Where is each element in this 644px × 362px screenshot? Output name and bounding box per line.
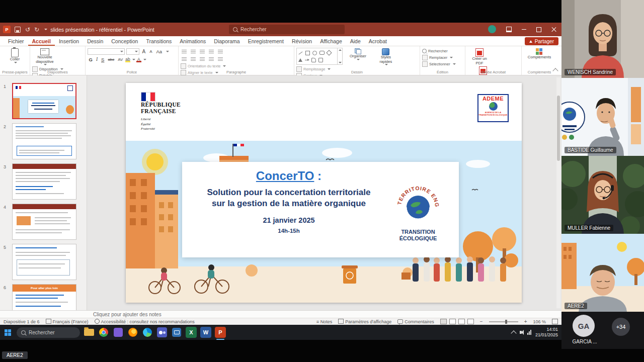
text-direction-button[interactable]: Orientation du texte [181,63,248,69]
tab-acrobat[interactable]: Acrobat [365,36,391,46]
find-button[interactable]: Rechercher [422,48,463,54]
slide-title-card[interactable]: ConcerTO : Solution pour la concertation… [182,162,459,257]
decrease-indent-icon[interactable] [200,50,205,54]
start-button[interactable] [5,329,11,336]
font-size-combobox[interactable] [126,48,139,55]
account-avatar[interactable] [488,25,496,33]
line-spacing-icon[interactable] [218,50,223,54]
tab-accueil[interactable]: Accueil [28,36,55,46]
undo-icon[interactable]: ↺ [25,27,30,33]
rectangle-shape-icon[interactable] [305,51,310,55]
slide-thumbnail-2[interactable] [12,123,76,159]
tab-animations[interactable]: Animations [176,36,210,46]
font-color-button[interactable]: A [136,57,141,62]
taskbar-firefox-icon[interactable] [127,327,138,338]
create-pdf-button[interactable]: Créer un PDF [467,48,492,66]
quick-styles-button[interactable]: Styles rapides [373,48,398,66]
slide-thumbnail-3[interactable] [12,163,76,200]
taskbar-powerpoint-icon[interactable]: P [215,327,226,338]
italic-button[interactable]: I [95,56,99,63]
normal-view-icon[interactable] [440,319,447,324]
diamond-shape-icon[interactable] [326,50,332,55]
new-slide-button[interactable]: Nouvelle diapositive [32,48,57,66]
shrink-font-icon[interactable]: A [148,48,153,55]
tab-revision[interactable]: Révision [288,36,316,46]
change-case-icon[interactable]: Aa [155,48,164,55]
quick-access-chevron-icon[interactable] [44,29,47,30]
callout-shape-icon[interactable] [311,58,316,62]
tab-conception[interactable]: Conception [107,36,142,46]
numbered-list-icon[interactable] [191,50,196,54]
strikethrough-button[interactable]: abc [107,56,116,63]
volume-icon[interactable] [520,331,522,334]
participant-avatar[interactable]: GA [573,315,595,337]
participant-video-bastide[interactable]: BASTIDE Guillaume [561,78,644,156]
tray-expand-icon[interactable] [511,330,516,336]
ribbon-display-options-icon[interactable] [501,23,516,36]
frame-shape-icon[interactable] [318,58,323,62]
participant-video-muller[interactable]: MULLER Fabienne [561,156,644,234]
notes-pane[interactable]: Cliquez pour ajouter des notes [0,310,561,318]
select-button[interactable]: Sélectionner [422,61,463,67]
triangle-shape-icon[interactable] [298,58,302,62]
fit-slide-icon[interactable] [552,319,558,324]
participant-video-wenisch[interactable]: WENISCH Sandrine [561,0,644,78]
taskbar-chrome-icon[interactable] [98,327,109,338]
comments-button[interactable]: Commentaires [397,319,434,324]
tab-dessin[interactable]: Dessin [83,36,107,46]
align-center-icon[interactable] [191,57,196,61]
shapes-gallery[interactable] [296,48,343,65]
slide-canvas[interactable]: RÉPUBLIQUE FRANÇAISE Liberté Égalité Fra… [126,83,522,303]
slide-thumbnail-4[interactable] [12,204,76,240]
replace-button[interactable]: Remplacer [422,54,463,61]
arrow-shape-icon[interactable] [305,60,309,60]
taskbar-search[interactable]: Rechercher [17,327,80,338]
maximize-button[interactable] [531,23,546,36]
taskbar-file-explorer-icon[interactable] [84,327,95,338]
highlight-color-button[interactable]: ab [125,57,130,62]
taskbar-purple-app-icon[interactable] [113,327,124,338]
taskbar-teams-icon[interactable] [156,327,168,338]
tab-affichage[interactable]: Affichage [316,36,346,46]
font-name-combobox[interactable] [88,48,125,55]
tab-transitions[interactable]: Transitions [142,36,176,46]
columns-icon[interactable] [218,57,223,61]
bullet-list-icon[interactable] [182,50,187,54]
close-button[interactable] [546,23,561,36]
taskbar-clock[interactable]: 14:01 21/01/2025 [535,327,558,338]
underline-button[interactable]: S [100,56,106,63]
justify-icon[interactable] [209,57,214,61]
taskbar-edge-icon[interactable] [142,327,153,338]
save-icon[interactable] [15,27,21,33]
tab-aide[interactable]: Aide [346,36,365,46]
tab-enregistrement[interactable]: Enregistrement [244,36,288,46]
line-shape-icon[interactable] [299,51,303,54]
language-status[interactable]: Français (France) [46,319,89,324]
tab-diaporama[interactable]: Diaporama [210,36,244,46]
slide-thumbnail-5[interactable] [12,244,76,280]
ribbon-search-box[interactable]: Rechercher [229,25,345,34]
slide-thumbnail-1[interactable] [12,83,76,119]
rounded-rectangle-shape-icon[interactable] [319,51,325,55]
grow-font-icon[interactable]: A [141,48,147,55]
network-signal-icon[interactable] [527,330,531,335]
slide-area-scrollbar[interactable] [556,77,560,308]
minimize-button[interactable] [516,23,531,36]
reading-view-icon[interactable] [458,319,465,324]
more-participants-badge[interactable]: +34 [612,318,630,336]
tab-fichier[interactable]: Fichier [4,36,28,46]
zoom-level[interactable]: 106 % [533,319,546,324]
increase-indent-icon[interactable] [209,50,214,54]
slideshow-view-icon[interactable] [467,319,474,324]
share-button[interactable]: Partager [525,37,558,45]
participant-video-aere2[interactable]: AERE2 [561,234,644,312]
tab-insertion[interactable]: Insertion [55,36,83,46]
addins-button[interactable]: Compléments [524,48,555,60]
paste-button[interactable]: Coller [9,48,22,64]
slide-thumbnail-6[interactable]: Pour aller plus loin [12,284,76,310]
zoom-in-icon[interactable]: + [524,319,527,324]
taskbar-excel-icon[interactable]: X [186,327,197,338]
notes-toggle[interactable]: ≡ Notes [316,319,332,324]
redo-icon[interactable]: ↻ [34,27,39,33]
slide-sorter-view-icon[interactable] [449,319,456,324]
